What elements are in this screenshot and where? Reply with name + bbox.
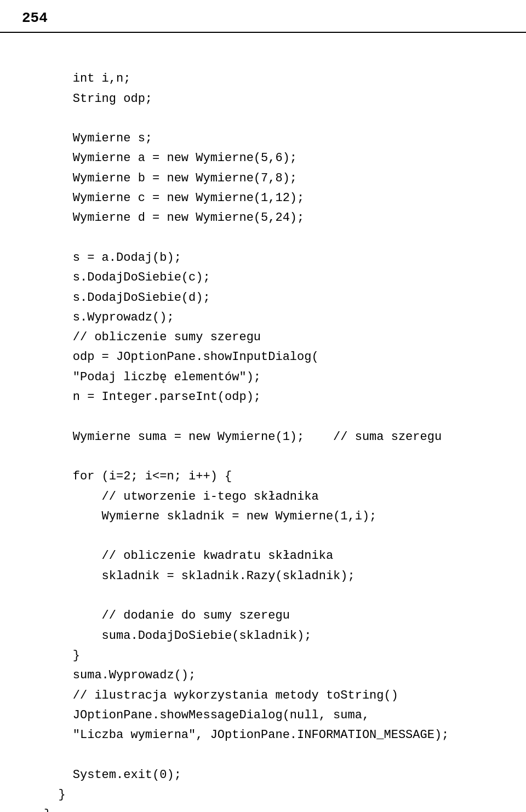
code-line: Wymierne b = new Wymierne(7,8); bbox=[44, 169, 493, 188]
code-line bbox=[44, 228, 493, 248]
code-line: "Podaj liczbę elementów"); bbox=[44, 368, 493, 387]
page-number: 254 bbox=[0, 0, 526, 33]
code-line: s.DodajDoSiebie(d); bbox=[44, 288, 493, 308]
code-line: "Liczba wymierna", JOptionPane.INFORMATI… bbox=[44, 725, 493, 745]
code-line: } bbox=[44, 805, 493, 812]
code-line: int i,n; bbox=[44, 69, 493, 89]
code-line: Wymierne s; bbox=[44, 129, 493, 148]
code-line bbox=[44, 745, 493, 765]
code-line bbox=[44, 109, 493, 129]
code-line: suma.Wyprowadz(); bbox=[44, 666, 493, 685]
code-line: s = a.Dodaj(b); bbox=[44, 248, 493, 268]
code-line: Wymierne suma = new Wymierne(1); // suma… bbox=[44, 427, 493, 447]
code-line: for (i=2; i<=n; i++) { bbox=[44, 467, 493, 487]
code-line: // dodanie do sumy szeregu bbox=[44, 606, 493, 626]
code-line: Wymierne c = new Wymierne(1,12); bbox=[44, 188, 493, 208]
code-line: suma.DodajDoSiebie(skladnik); bbox=[44, 626, 493, 646]
code-line: // obliczenie sumy szeregu bbox=[44, 328, 493, 347]
code-line: } bbox=[44, 646, 493, 666]
code-line: } bbox=[44, 785, 493, 805]
code-line: odp = JOptionPane.showInputDialog( bbox=[44, 347, 493, 367]
code-line: s.Wyprowadz(); bbox=[44, 308, 493, 328]
code-line bbox=[44, 447, 493, 467]
code-line bbox=[44, 586, 493, 606]
code-line: // utworzenie i-tego składnika bbox=[44, 487, 493, 507]
code-line bbox=[44, 527, 493, 546]
code-line: n = Integer.parseInt(odp); bbox=[44, 387, 493, 407]
code-line: Wymierne a = new Wymierne(5,6); bbox=[44, 148, 493, 168]
code-line: skladnik = skladnik.Razy(skladnik); bbox=[44, 567, 493, 586]
code-line: System.exit(0); bbox=[44, 765, 493, 785]
code-line bbox=[44, 407, 493, 427]
code-line bbox=[44, 49, 493, 69]
code-line: // obliczenie kwadratu składnika bbox=[44, 546, 493, 566]
code-line: // ilustracja wykorzystania metody toStr… bbox=[44, 686, 493, 706]
code-line: Wymierne d = new Wymierne(5,24); bbox=[44, 208, 493, 228]
code-line: s.DodajDoSiebie(c); bbox=[44, 268, 493, 288]
code-line: Wymierne skladnik = new Wymierne(1,i); bbox=[44, 507, 493, 527]
code-line: String odp; bbox=[44, 89, 493, 109]
code-line: JOptionPane.showMessageDialog(null, suma… bbox=[44, 706, 493, 725]
code-block: int i,n; String odp; Wymierne s; Wymiern… bbox=[0, 33, 526, 812]
